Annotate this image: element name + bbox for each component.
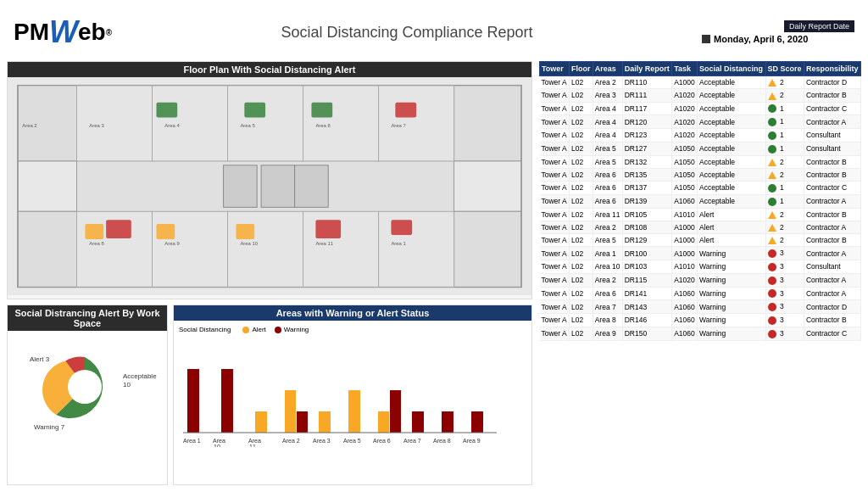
status-green-icon	[768, 118, 776, 126]
alert-legend-item: Alert	[242, 326, 265, 333]
right-panel: Tower Floor Areas Daily Report Task Soci…	[539, 61, 861, 485]
bar-chart-svg: Area 1 Area 10 Area 11 Area 2 Area 3 Are…	[179, 337, 501, 447]
status-warning-icon	[768, 277, 776, 285]
cell-task: A1060	[672, 300, 698, 314]
cell-area: Area 4	[593, 115, 622, 129]
cell-status: Acceptable	[697, 102, 765, 115]
cell-tower: Tower A	[540, 221, 570, 233]
svg-rect-25	[236, 224, 254, 239]
cell-tower: Tower A	[540, 260, 570, 274]
cell-floor: L02	[570, 208, 593, 221]
cell-task: A1000	[672, 76, 698, 89]
svg-rect-15	[153, 211, 228, 287]
svg-rect-59	[471, 411, 483, 433]
floor-plan-title: Floor Plan With Social Distancing Alert	[8, 62, 531, 77]
cell-floor: L02	[570, 273, 593, 287]
cell-status: Alert	[697, 221, 765, 233]
cell-task: A1020	[672, 273, 698, 287]
cell-report: DR111	[622, 89, 671, 102]
donut-chart-content: Acceptable 10 Warning 7 Alert 3	[8, 331, 167, 491]
bar-chart-title: Areas with Warning or Alert Status	[174, 305, 531, 321]
cell-floor: L02	[570, 142, 593, 155]
svg-rect-51	[285, 390, 296, 433]
cell-status: Acceptable	[697, 168, 765, 181]
table-row: Tower A L02 Area 6 DR135 A1050 Acceptabl…	[540, 168, 861, 181]
cell-score: 3	[765, 247, 804, 260]
floor-plan-content: Area 3 Area 4 Area 5 Area 6 Area 7 Area …	[8, 77, 531, 295]
warning-legend-dot	[275, 327, 281, 333]
cell-status: Acceptable	[697, 142, 765, 155]
status-warning-icon	[768, 330, 776, 338]
status-green-icon	[768, 104, 776, 113]
cell-score: 1	[765, 194, 804, 208]
svg-text:Area 6: Area 6	[373, 438, 391, 444]
cell-area: Area 6	[593, 287, 622, 300]
cell-floor: L02	[570, 89, 593, 102]
col-sd-score: SD Score	[765, 62, 804, 76]
table-row: Tower A L02 Area 1 DR100 A1000 Warning 3…	[540, 247, 861, 260]
cell-floor: L02	[570, 260, 593, 274]
svg-rect-24	[156, 224, 175, 239]
svg-rect-54	[348, 390, 360, 433]
table-row: Tower A L02 Area 3 DR111 A1020 Acceptabl…	[540, 89, 861, 102]
svg-rect-5	[18, 211, 76, 287]
status-alert-icon	[768, 211, 776, 219]
cell-score: 2	[765, 221, 804, 233]
cell-area: Area 3	[593, 89, 622, 102]
table-row: Tower A L02 Area 4 DR120 A1020 Acceptabl…	[540, 115, 861, 129]
svg-text:Acceptable: Acceptable	[123, 372, 157, 380]
svg-rect-13	[379, 86, 454, 161]
svg-rect-28	[311, 103, 332, 118]
cell-tower: Tower A	[540, 314, 570, 327]
status-green-icon	[768, 131, 776, 140]
svg-text:Area 5: Area 5	[343, 438, 361, 444]
cell-status: Alert	[697, 234, 765, 247]
cell-responsibility: Contractor A	[804, 247, 860, 260]
cell-status: Warning	[697, 327, 765, 340]
svg-rect-50	[255, 411, 267, 433]
left-panel: Floor Plan With Social Distancing Alert	[7, 61, 532, 485]
cell-area: Area 7	[593, 300, 622, 314]
date-box: Daily Report Date Monday, April 6, 2020	[702, 20, 854, 44]
cell-area: Area 4	[593, 129, 622, 143]
svg-rect-6	[454, 86, 521, 161]
cell-responsibility: Contractor B	[804, 89, 860, 102]
cell-report: DR123	[622, 129, 671, 143]
svg-text:Area: Area	[248, 438, 261, 444]
svg-rect-31	[295, 165, 329, 207]
cell-score: 1	[765, 142, 804, 155]
svg-text:Area 9: Area 9	[164, 241, 180, 246]
cell-floor: L02	[570, 102, 593, 115]
cell-status: Acceptable	[697, 89, 765, 102]
cell-tower: Tower A	[540, 300, 570, 314]
svg-text:Area 3: Area 3	[89, 123, 104, 128]
svg-rect-7	[454, 161, 521, 211]
cell-responsibility: Consultant	[804, 260, 860, 274]
cell-task: A1050	[672, 182, 698, 195]
svg-rect-22	[395, 103, 416, 118]
date-label: Daily Report Date	[784, 20, 854, 32]
warning-legend-label: Warning	[284, 326, 309, 333]
cell-report: DR103	[622, 260, 671, 274]
cell-responsibility: Contractor B	[804, 208, 860, 221]
cell-responsibility: Contractor B	[804, 155, 860, 168]
cell-tower: Tower A	[540, 194, 570, 208]
cell-score: 1	[765, 102, 804, 115]
table-row: Tower A L02 Area 4 DR123 A1020 Acceptabl…	[540, 129, 861, 143]
cell-score: 3	[765, 260, 804, 274]
svg-rect-55	[378, 411, 389, 433]
cell-tower: Tower A	[540, 129, 570, 143]
logo-registered: ®	[106, 28, 112, 37]
cell-report: DR108	[622, 221, 671, 233]
cell-responsibility: Consultant	[804, 129, 860, 143]
cell-status: Alert	[697, 208, 765, 221]
cell-report: DR137	[622, 182, 671, 195]
svg-rect-57	[412, 411, 424, 433]
bar-legend: Social Distancing Alert Warning	[179, 326, 526, 333]
svg-text:Area 11: Area 11	[315, 241, 333, 246]
cell-task: A1000	[672, 234, 698, 247]
cell-score: 2	[765, 208, 804, 221]
cell-responsibility: Contractor C	[804, 327, 860, 340]
cell-area: Area 1	[593, 247, 622, 260]
cell-area: Area 4	[593, 102, 622, 115]
